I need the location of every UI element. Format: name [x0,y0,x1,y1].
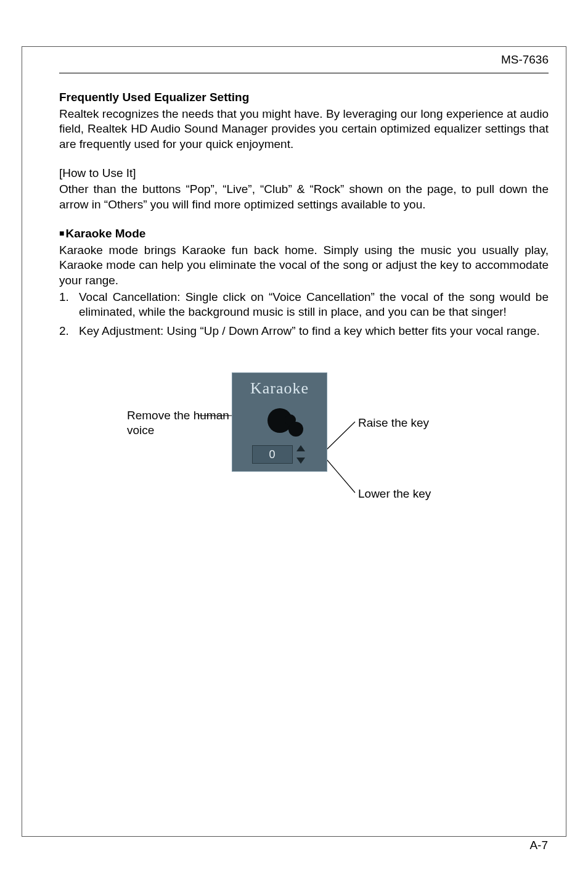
list-item-text: Key Adjustment: Using “Up / Down Arrow” … [79,324,540,337]
eq-description: Realtek recognizes the needs that you mi… [59,107,549,152]
karaoke-panel-title: Karaoke [232,373,327,403]
key-down-button[interactable] [296,458,305,464]
karaoke-list: 1.Vocal Cancellation: Single click on “V… [59,290,549,339]
karaoke-figure: Remove the human voice Raise the key Low… [59,372,549,533]
content-area: Frequently Used Equalizer Setting Realte… [59,90,549,533]
karaoke-heading-text: Karaoke Mode [65,227,145,240]
eq-section-title: Frequently Used Equalizer Setting [59,90,549,105]
list-item-text: Vocal Cancellation: Single click on “Voi… [79,290,549,319]
karaoke-panel: Karaoke 0 [232,372,327,472]
voice-cancellation-button[interactable] [232,402,327,439]
callout-remove-voice: Remove the human voice [127,408,232,438]
svg-line-2 [326,459,355,493]
key-up-button[interactable] [296,445,305,451]
doc-id-header: MS-7636 [501,53,549,67]
callout-lower-key: Lower the key [358,487,431,502]
howto-text: Other than the buttons “Pop”, “Live”, “C… [59,182,549,212]
key-arrow-buttons [296,445,308,464]
key-value-display: 0 [252,445,293,464]
key-adjust-row: 0 [232,445,327,464]
list-number: 1. [59,290,69,305]
howto-label: [How to Use It] [59,166,549,181]
page-frame: MS-7636 Frequently Used Equalizer Settin… [22,46,566,837]
svg-line-1 [326,422,355,450]
list-item: 1.Vocal Cancellation: Single click on “V… [59,290,549,320]
list-item: 2.Key Adjustment: Using “Up / Down Arrow… [59,324,549,339]
person-speaking-icon [267,408,292,433]
page-number: A-7 [529,839,548,852]
header-rule [59,73,549,73]
callout-raise-key: Raise the key [358,416,429,431]
karaoke-heading: ■Karaoke Mode [59,226,549,242]
karaoke-description: Karaoke mode brings Karaoke fun back hom… [59,243,549,289]
list-number: 2. [59,324,69,339]
bullet-square-icon: ■ [59,228,64,238]
